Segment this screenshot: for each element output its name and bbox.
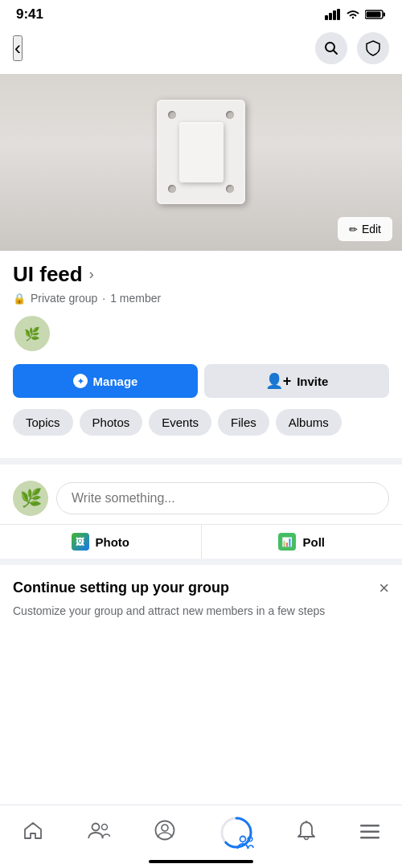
post-actions: 🖼 Photo 📊 Poll (0, 524, 402, 559)
home-icon (23, 821, 43, 845)
wifi-icon (346, 9, 360, 20)
groups-progress-icon (220, 817, 252, 849)
invite-label: Invite (297, 375, 328, 388)
manage-icon (73, 374, 88, 388)
pill-photos[interactable]: Photos (80, 409, 143, 436)
group-name-chevron[interactable]: › (89, 266, 94, 283)
post-avatar: 🌿 (13, 481, 48, 516)
pill-events[interactable]: Events (149, 409, 211, 436)
setup-banner-description: Customize your group and attract new mem… (13, 604, 389, 620)
avatar-plant-icon: 🌿 (24, 326, 40, 342)
manage-button[interactable]: Manage (13, 364, 198, 398)
group-privacy: Private group (31, 292, 97, 305)
lock-icon: 🔒 (13, 293, 26, 305)
section-divider (0, 458, 402, 465)
photo-button[interactable]: 🖼 Photo (0, 525, 202, 559)
edit-label: Edit (362, 223, 381, 235)
svg-rect-6 (367, 12, 381, 18)
svg-rect-19 (360, 837, 379, 839)
setup-banner-header: Continue setting up your group × (13, 579, 389, 597)
group-meta: 🔒 Private group · 1 member (13, 292, 389, 305)
svg-point-9 (92, 824, 99, 831)
post-input[interactable] (56, 482, 389, 514)
signal-icon (325, 9, 341, 20)
cover-photo: Edit (0, 74, 402, 251)
pill-files[interactable]: Files (218, 409, 269, 436)
manage-label: Manage (93, 375, 138, 388)
status-icons (325, 9, 386, 20)
svg-rect-18 (360, 831, 379, 833)
poll-label: Poll (302, 535, 325, 549)
post-avatar-plant-icon: 🌿 (20, 488, 42, 509)
switch-plate (157, 100, 245, 204)
svg-rect-3 (337, 9, 340, 20)
svg-point-10 (101, 825, 107, 830)
setup-banner: Continue setting up your group × Customi… (0, 559, 402, 633)
poll-icon: 📊 (278, 533, 296, 551)
profile-icon (154, 820, 175, 845)
back-button[interactable]: ‹ (13, 35, 23, 61)
poll-button[interactable]: 📊 Poll (202, 525, 403, 559)
svg-point-15 (240, 837, 245, 842)
pill-topics[interactable]: Topics (13, 409, 73, 436)
nav-item-notifications[interactable] (284, 817, 329, 849)
nav-item-home[interactable] (10, 817, 56, 848)
setup-banner-title: Continue setting up your group (13, 579, 379, 596)
nav-item-friends[interactable] (75, 817, 123, 848)
nav-item-menu[interactable] (347, 818, 392, 847)
svg-rect-0 (325, 15, 328, 20)
search-button[interactable] (315, 32, 347, 64)
menu-icon (360, 821, 379, 844)
shield-button[interactable] (357, 32, 389, 64)
group-name-row: UI feed › (13, 262, 389, 287)
status-time: 9:41 (16, 6, 43, 23)
photo-label: Photo (96, 535, 130, 549)
notifications-icon (297, 820, 316, 845)
svg-point-12 (162, 825, 168, 831)
svg-rect-1 (329, 13, 332, 20)
group-member-count: 1 member (110, 292, 161, 305)
svg-rect-5 (384, 13, 386, 17)
group-info: UI feed › 🔒 Private group · 1 member 🌿 M… (0, 251, 402, 448)
member-avatars: 🌿 (13, 314, 389, 353)
friends-icon (88, 821, 110, 845)
category-pills: Topics Photos Events Files Albums (13, 409, 389, 439)
svg-line-8 (334, 51, 338, 55)
svg-rect-17 (360, 825, 379, 827)
group-meta-dot: · (102, 292, 105, 305)
search-icon (324, 41, 338, 55)
battery-icon (365, 9, 386, 20)
group-name: UI feed (13, 262, 83, 287)
invite-person-icon: 👤+ (265, 372, 292, 390)
nav-item-groups[interactable] (207, 813, 265, 852)
nav-item-profile[interactable] (142, 817, 188, 849)
action-buttons: Manage 👤+ Invite (13, 364, 389, 398)
invite-button[interactable]: 👤+ Invite (204, 364, 389, 398)
pill-albums[interactable]: Albums (276, 409, 342, 436)
shield-icon (366, 40, 380, 56)
nav-actions (315, 32, 389, 64)
svg-point-16 (248, 837, 252, 841)
close-banner-button[interactable]: × (379, 579, 389, 597)
status-bar: 9:41 (0, 0, 402, 26)
svg-rect-2 (333, 10, 336, 20)
nav-bar: ‹ (0, 26, 402, 74)
post-box: 🌿 (0, 474, 402, 516)
avatar[interactable]: 🌿 (13, 314, 51, 353)
edit-cover-button[interactable]: Edit (338, 217, 392, 241)
home-indicator (149, 860, 253, 863)
photo-icon: 🖼 (72, 533, 89, 551)
